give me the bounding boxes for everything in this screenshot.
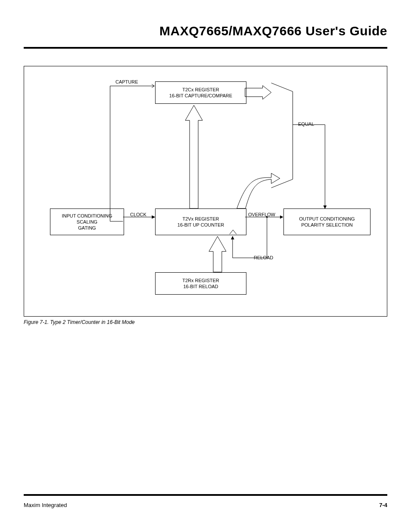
top-rule [24,47,387,49]
t2cx-line2: 16-BIT CAPTURE/COMPARE [169,93,232,99]
output-line2: POLARITY SELECTION [301,222,353,228]
figure-border: T2Cx REGISTER 16-BIT CAPTURE/COMPARE INP… [24,66,387,317]
bottom-rule [24,494,387,496]
figure-area: T2Cx REGISTER 16-BIT CAPTURE/COMPARE INP… [24,66,387,325]
footer-page-number: 7-4 [379,502,387,508]
input-line2: SCALING [77,219,97,225]
label-overflow: OVERFLOW [248,212,275,218]
box-output-conditioning: OUTPUT CONDITIONING POLARITY SELECTION [283,208,371,235]
page-footer: Maxim Integrated 7-4 [24,494,387,508]
figure-caption: Figure 7-1. Type 2 Timer/Counter in 16-B… [24,319,387,325]
box-t2cx: T2Cx REGISTER 16-BIT CAPTURE/COMPARE [155,81,246,104]
t2rx-line1: T2Rx REGISTER [182,277,219,283]
page-title: MAXQ7665/MAXQ7666 User's Guide [24,24,387,38]
input-line1: INPUT CONDITIONING [62,213,112,219]
label-capture: CAPTURE [115,79,138,85]
output-line1: OUTPUT CONDITIONING [299,216,355,222]
t2vx-line1: T2Vx REGISTER [183,216,219,222]
box-t2rx: T2Rx REGISTER 16-BIT RELOAD [155,272,246,295]
t2rx-line2: 16-BIT RELOAD [183,283,218,289]
footer-left: Maxim Integrated [24,502,67,508]
label-reload: RELOAD [254,255,273,261]
t2cx-line1: T2Cx REGISTER [182,87,219,93]
label-clock: CLOCK [130,212,146,218]
box-t2vx: T2Vx REGISTER 16-BIT UP COUNTER [155,208,246,235]
t2vx-line2: 16-BIT UP COUNTER [177,222,224,228]
box-input-conditioning: INPUT CONDITIONING SCALING GATING [50,208,124,235]
label-equal: EQUAL [298,121,314,127]
input-line3: GATING [78,225,96,231]
